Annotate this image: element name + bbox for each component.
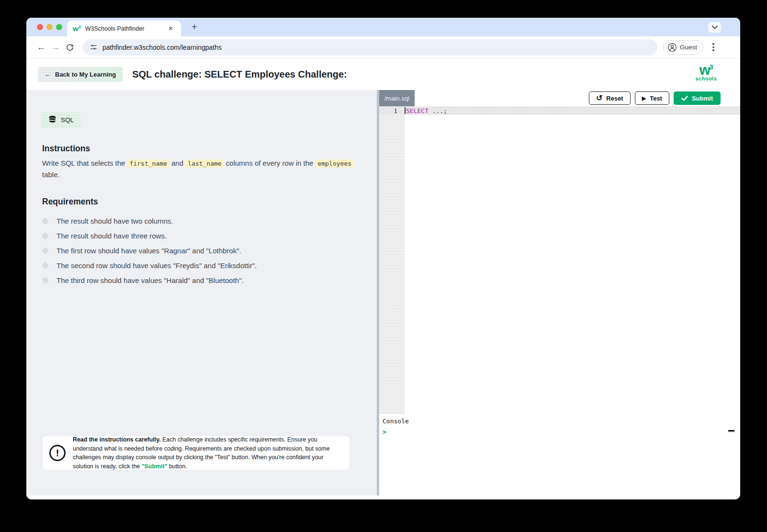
console-panel: Console > [379, 414, 740, 496]
requirement-item: The second row should have values "Freyd… [42, 258, 377, 273]
main-content: SQL Instructions Write SQL that selects … [26, 90, 740, 496]
back-button[interactable]: ← [34, 40, 48, 55]
code-chip-last-name: last_name [185, 159, 224, 168]
requirements-list: The result should have two columns. The … [42, 214, 377, 288]
editor-toolbar: /main.sql ↺ Reset ▶ Test Submit [379, 90, 740, 106]
tab-close-icon[interactable]: ✕ [166, 24, 175, 33]
code-text: ...; [429, 107, 447, 114]
play-icon: ▶ [642, 96, 646, 101]
check-icon [681, 96, 688, 101]
requirements-heading: Requirements [42, 197, 377, 207]
forward-arrow-icon: → [51, 42, 60, 53]
page-title: SQL challenge: SELECT Employees Challeng… [132, 69, 347, 80]
reload-icon [66, 43, 74, 52]
requirement-item: The result should have three rows. [42, 228, 377, 243]
fullscreen-window-button[interactable] [56, 24, 62, 30]
browser-menu-button[interactable] [709, 43, 718, 51]
sql-keyword: SELECT [406, 107, 429, 114]
requirement-bullet-icon [42, 248, 48, 254]
code-editor[interactable]: 1 SELECT ...; [379, 106, 740, 414]
requirement-item: The third row should have values "Harald… [42, 273, 377, 288]
back-to-learning-label: Back to My Learning [55, 71, 116, 78]
console-title: Console [383, 418, 740, 425]
tab-search-button[interactable] [708, 22, 721, 33]
minimize-window-button[interactable] [46, 24, 53, 30]
tab-title: W3Schools Pathfinder [85, 25, 166, 32]
browser-window: w3 W3Schools Pathfinder ✕ + ← → pathfind… [26, 18, 740, 499]
reload-button[interactable] [63, 40, 77, 55]
forward-button[interactable]: → [48, 40, 63, 55]
guest-avatar-icon [667, 43, 677, 52]
language-badge: SQL [41, 112, 81, 128]
language-badge-label: SQL [61, 116, 74, 124]
code-chip-first-name: first_name [127, 159, 169, 168]
line-number-gutter [379, 106, 405, 414]
requirement-bullet-icon [42, 218, 48, 224]
requirement-item: The first row should have values "Ragnar… [42, 243, 377, 258]
reset-button[interactable]: ↺ Reset [589, 91, 631, 105]
back-arrow-icon: ← [37, 42, 46, 53]
site-settings-icon[interactable] [90, 43, 98, 51]
window-controls [37, 24, 62, 30]
w3schools-favicon-icon: w3 [73, 25, 81, 32]
w3schools-logo: w3 schools [694, 63, 718, 81]
browser-tab-strip: w3 W3Schools Pathfinder ✕ + [26, 18, 740, 36]
code-chip-employees: employees [316, 159, 354, 168]
text-cursor [405, 107, 406, 114]
back-to-learning-button[interactable]: ← Back to My Learning [38, 67, 123, 82]
page-header: ← Back to My Learning SQL challenge: SEL… [26, 58, 740, 90]
collapse-console-icon[interactable] [728, 430, 734, 431]
editor-panel: /main.sql ↺ Reset ▶ Test Submit [377, 90, 740, 496]
note-text: Read the instructions carefully. Each ch… [73, 435, 341, 471]
code-line[interactable]: 1 SELECT ...; [379, 106, 740, 115]
instructions-heading: Instructions [42, 144, 377, 154]
requirement-bullet-icon [42, 277, 48, 283]
url-text[interactable]: pathfinder.w3schools.com/learningpaths [102, 44, 222, 51]
database-icon [48, 115, 56, 125]
test-button[interactable]: ▶ Test [635, 91, 669, 105]
requirement-bullet-icon [42, 262, 48, 269]
instructions-text: Write SQL that selects the first_name an… [42, 158, 356, 180]
file-tab-main-sql[interactable]: /main.sql [379, 90, 415, 106]
new-tab-button[interactable]: + [188, 21, 201, 33]
requirement-item: The result should have two columns. [42, 214, 377, 228]
console-prompt: > [383, 428, 740, 436]
submit-reference: "Submit" [142, 463, 168, 470]
submit-button[interactable]: Submit [674, 91, 721, 105]
browser-tab[interactable]: w3 W3Schools Pathfinder ✕ [67, 21, 181, 36]
url-bar[interactable]: pathfinder.w3schools.com/learningpaths [83, 39, 657, 56]
close-window-button[interactable] [37, 24, 43, 30]
profile-button[interactable]: Guest [663, 40, 703, 55]
requirement-bullet-icon [42, 233, 48, 239]
line-number: 1 [379, 107, 405, 114]
back-arrow-icon: ← [45, 71, 51, 78]
chevron-down-icon [712, 25, 718, 29]
exclamation-circle-icon: ! [49, 445, 66, 461]
challenge-panel: SQL Instructions Write SQL that selects … [26, 90, 377, 496]
browser-toolbar: ← → pathfinder.w3schools.com/learningpat… [26, 36, 740, 58]
instructions-note: ! Read the instructions carefully. Each … [43, 436, 350, 470]
reset-icon: ↺ [596, 94, 602, 102]
editor-actions: ↺ Reset ▶ Test Submit [589, 91, 721, 105]
profile-label: Guest [680, 44, 697, 51]
